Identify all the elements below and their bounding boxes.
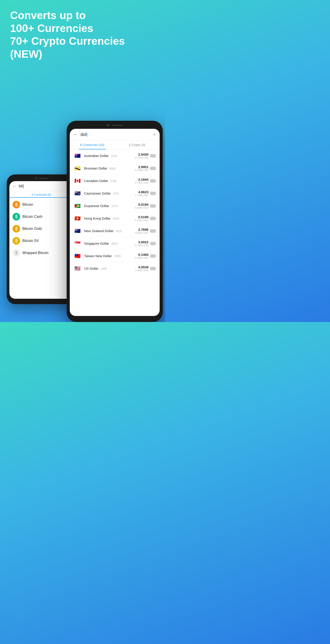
toggle-cad[interactable]: [150, 179, 156, 183]
value-sub-twd: 0.0360 USD: [135, 256, 148, 259]
currency-code-bnd: BND: [110, 167, 116, 170]
flag-nzd: 🇳🇿: [73, 228, 82, 234]
toggle-sgd[interactable]: [150, 242, 156, 245]
flag-aud: 🇦🇺: [73, 153, 82, 158]
currency-info-nzd: New Zealand Dollar NZD: [84, 229, 132, 233]
currency-code-hkd: HKD: [113, 217, 119, 220]
crypto-name-bsv: Bitcoin SV: [22, 239, 39, 243]
value-main-sgd: 3.0022: [135, 240, 148, 244]
phones-container: ← bit € Currencies (0) ₿ Bitcoin ₿ Bitco…: [0, 76, 165, 322]
value-sub-cad: 0.7855 USD: [135, 181, 148, 184]
close-icon-front[interactable]: ✕: [153, 132, 156, 137]
value-main-aud: 2.9430: [135, 152, 148, 156]
toggle-gyd[interactable]: [150, 204, 156, 208]
search-bar-front: ← dol ✕: [70, 129, 160, 140]
currency-code-sgd: SGD: [111, 242, 118, 245]
currency-value-block-hkd: 0.5199 0.1282 USD: [135, 215, 156, 222]
currency-values-gyd: 0.0194 0.0048 USD: [135, 202, 148, 209]
currency-value-block-bnd: 2.9951 0.7388 USD: [135, 165, 156, 172]
toggle-kyd[interactable]: [150, 192, 156, 195]
search-input-back[interactable]: bit: [19, 184, 70, 188]
currency-info-sgd: Singapore Dollar SGD: [84, 242, 132, 246]
speaker-back: [39, 178, 48, 179]
toggle-hkd[interactable]: [150, 217, 156, 220]
currency-name-sgd: Singapore Dollar: [84, 242, 109, 245]
currency-code-aud: AUD: [111, 154, 117, 158]
value-sub-gyd: 0.0048 USD: [135, 206, 148, 209]
currency-list-front: 🇦🇺 Australian Dollar AUD 2.9430 0.7260 U…: [70, 150, 160, 311]
currency-values-usd: 4.0539 1.0000 USD: [135, 265, 148, 272]
currency-item-sgd[interactable]: 🇸🇬 Singapore Dollar SGD 3.0022 0.7406 US…: [70, 237, 160, 250]
currency-info-usd: US Dollar USD: [84, 266, 132, 270]
toggle-usd[interactable]: [150, 267, 156, 270]
flag-hkd: 🇭🇰: [73, 216, 82, 221]
currency-value-block-usd: 4.0539 1.0000 USD: [135, 265, 156, 272]
search-input-front[interactable]: dol: [80, 132, 150, 137]
tab-currencies-front[interactable]: € Currencies (10): [70, 140, 115, 149]
camera-back: [35, 177, 37, 179]
currency-value-block-sgd: 3.0022 0.7406 USD: [135, 240, 156, 247]
currency-values-hkd: 0.5199 0.1282 USD: [135, 215, 148, 222]
currency-name-gyd: Guyanese Dollar: [84, 204, 109, 208]
phone-back: ← bit € Currencies (0) ₿ Bitcoin ₿ Bitco…: [7, 174, 76, 304]
currency-value-block-aud: 2.9430 0.7260 USD: [135, 152, 156, 159]
back-arrow-front[interactable]: ←: [73, 132, 78, 137]
value-main-gyd: 0.0194: [135, 202, 148, 206]
value-main-kyd: 4.8623: [135, 190, 148, 194]
tab-crypto-front[interactable]: ₿ Crypto (0): [115, 140, 160, 149]
currency-values-sgd: 3.0022 0.7406 USD: [135, 240, 148, 247]
currency-info-hkd: Hong Kong Dollar HKD: [84, 216, 132, 220]
crypto-item-btc[interactable]: ₿ Bitcoin: [10, 198, 73, 211]
currency-values-nzd: 2.7696 0.6832 USD: [135, 228, 148, 234]
crypto-item-wbtc[interactable]: ₿ Wrapped Bitcoin: [10, 247, 73, 259]
currency-values-twd: 0.1460 0.0360 USD: [135, 253, 148, 259]
currency-values-bnd: 2.9951 0.7388 USD: [135, 165, 148, 172]
currency-item-kyd[interactable]: 🇰🇾 Caymanian Dollar KYD 4.8623 1.1994 US…: [70, 187, 160, 200]
value-main-nzd: 2.7696: [135, 228, 148, 232]
crypto-list-back: ₿ Bitcoin ₿ Bitcoin Cash ₿ Bitcoin Gold …: [10, 198, 73, 260]
crypto-item-bsv[interactable]: ₿ Bitcoin SV: [10, 235, 73, 247]
currency-item-gyd[interactable]: 🇬🇾 Guyanese Dollar GYD 0.0194 0.0048 USD: [70, 200, 160, 212]
currency-name-aud: Australian Dollar: [84, 154, 109, 158]
flag-gyd: 🇬🇾: [73, 203, 82, 209]
value-main-hkd: 0.5199: [135, 215, 148, 219]
crypto-name-wbtc: Wrapped Bitcoin: [22, 251, 48, 255]
currency-values-cad: 3.1844 0.7855 USD: [135, 178, 148, 184]
notch-back: [10, 177, 73, 179]
currency-values-kyd: 4.8623 1.1994 USD: [135, 190, 148, 196]
value-sub-usd: 1.0000 USD: [135, 269, 148, 272]
crypto-name-bch: Bitcoin Cash: [22, 215, 42, 219]
hero-title: Converts up to 100+ Currencies 70+ Crypt…: [10, 9, 155, 60]
currency-value-block-nzd: 2.7696 0.6832 USD: [135, 228, 156, 234]
crypto-icon-btc: ₿: [12, 201, 20, 208]
currency-info-bnd: Bruneian Dollar BND: [84, 166, 132, 170]
currency-item-hkd[interactable]: 🇭🇰 Hong Kong Dollar HKD 0.5199 0.1282 US…: [70, 212, 160, 225]
currency-item-usd[interactable]: 🇺🇸 US Dollar USD 4.0539 1.0000 USD: [70, 262, 160, 275]
toggle-twd[interactable]: [150, 254, 156, 258]
crypto-item-btg[interactable]: ₿ Bitcoin Gold: [10, 223, 73, 235]
tab-currencies-back[interactable]: € Currencies (0): [10, 192, 73, 198]
currency-name-twd: Taiwan New Dollar: [84, 254, 112, 258]
currency-item-aud[interactable]: 🇦🇺 Australian Dollar AUD 2.9430 0.7260 U…: [70, 150, 160, 162]
currency-item-bnd[interactable]: 🇧🇳 Bruneian Dollar BND 2.9951 0.7388 USD: [70, 162, 160, 175]
back-arrow-back[interactable]: ←: [12, 184, 16, 188]
currency-item-twd[interactable]: 🇹🇼 Taiwan New Dollar TWD 0.1460 0.0360 U…: [70, 250, 160, 262]
currency-name-hkd: Hong Kong Dollar: [84, 216, 110, 220]
currency-item-cad[interactable]: 🇨🇦 Canadian Dollar CAD 3.1844 0.7855 USD: [70, 175, 160, 187]
crypto-name-btc: Bitcoin: [22, 202, 33, 206]
crypto-icon-bch: ₿: [12, 213, 20, 220]
currency-item-nzd[interactable]: 🇳🇿 New Zealand Dollar NZD 2.7696 0.6832 …: [70, 225, 160, 237]
currency-value-block-kyd: 4.8623 1.1994 USD: [135, 190, 156, 196]
flag-sgd: 🇸🇬: [73, 241, 82, 246]
currency-info-gyd: Guyanese Dollar GYD: [84, 204, 132, 208]
search-bar-back: ← bit: [10, 181, 73, 192]
flag-twd: 🇹🇼: [73, 253, 82, 259]
crypto-item-bch[interactable]: ₿ Bitcoin Cash: [10, 211, 73, 223]
toggle-bnd[interactable]: [150, 166, 156, 170]
value-main-cad: 3.1844: [135, 178, 148, 181]
currency-values-aud: 2.9430 0.7260 USD: [135, 152, 148, 159]
currency-code-twd: TWD: [114, 254, 121, 258]
toggle-aud[interactable]: [150, 154, 156, 158]
toggle-nzd[interactable]: [150, 229, 156, 233]
currency-info-aud: Australian Dollar AUD: [84, 154, 132, 158]
